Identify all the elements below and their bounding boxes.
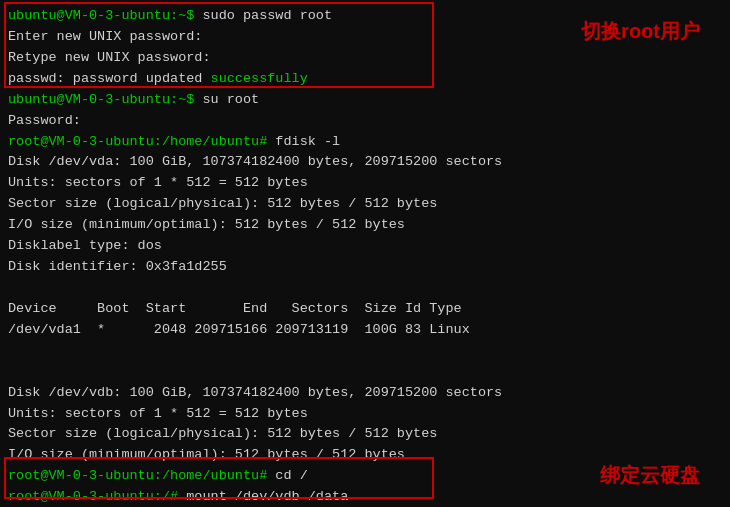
output-6: Password:	[8, 113, 81, 128]
line-18: Sector size (logical/physical): 512 byte…	[8, 424, 722, 445]
line-14: Device Boot Start End Sectors Size Id Ty…	[8, 299, 722, 320]
line-16: Disk /dev/vdb: 100 GiB, 107374182400 byt…	[8, 383, 722, 404]
line-21: root@VM-0-3-ubuntu:/# mount /dev/vdb /da…	[8, 487, 722, 507]
cmd-7: fdisk -l	[267, 134, 340, 149]
output-12: Disklabel type: dos	[8, 238, 162, 253]
line-15: /dev/vda1 * 2048 209715166 209713119 100…	[8, 320, 722, 341]
cmd-21: mount /dev/vdb /data	[178, 489, 348, 504]
line-9: Units: sectors of 1 * 512 = 512 bytes	[8, 173, 722, 194]
prompt-5: ubuntu@VM-0-3-ubuntu:~$	[8, 92, 194, 107]
annotation-bind-disk: 绑定云硬盘	[600, 462, 700, 489]
line-4: passwd: password updated successfully	[8, 69, 722, 90]
line-blank2	[8, 341, 722, 362]
line-10: Sector size (logical/physical): 512 byte…	[8, 194, 722, 215]
output-16: Disk /dev/vdb: 100 GiB, 107374182400 byt…	[8, 385, 502, 400]
prompt-7: root@VM-0-3-ubuntu:/home/ubuntu#	[8, 134, 267, 149]
output-3: Retype new UNIX password:	[8, 50, 211, 65]
output-10: Sector size (logical/physical): 512 byte…	[8, 196, 437, 211]
cmd-1: sudo passwd root	[194, 8, 332, 23]
terminal-window: 切换root用户 绑定云硬盘 ubuntu@VM-0-3-ubuntu:~$ s…	[0, 0, 730, 507]
output-4a: passwd: password updated	[8, 71, 211, 86]
line-blank3	[8, 362, 722, 383]
output-9: Units: sectors of 1 * 512 = 512 bytes	[8, 175, 308, 190]
output-19: I/O size (minimum/optimal): 512 bytes / …	[8, 447, 405, 462]
line-11: I/O size (minimum/optimal): 512 bytes / …	[8, 215, 722, 236]
output-15: /dev/vda1 * 2048 209715166 209713119 100…	[8, 322, 470, 337]
line-6: Password:	[8, 111, 722, 132]
output-11: I/O size (minimum/optimal): 512 bytes / …	[8, 217, 405, 232]
output-14: Device Boot Start End Sectors Size Id Ty…	[8, 301, 462, 316]
line-5: ubuntu@VM-0-3-ubuntu:~$ su root	[8, 90, 722, 111]
cmd-5: su root	[194, 92, 259, 107]
line-13: Disk identifier: 0x3fa1d255	[8, 257, 722, 278]
line-3: Retype new UNIX password:	[8, 48, 722, 69]
prompt-1: ubuntu@VM-0-3-ubuntu:~$	[8, 8, 194, 23]
prompt-20: root@VM-0-3-ubuntu:/home/ubuntu#	[8, 468, 267, 483]
line-7: root@VM-0-3-ubuntu:/home/ubuntu# fdisk -…	[8, 132, 722, 153]
line-8: Disk /dev/vda: 100 GiB, 107374182400 byt…	[8, 152, 722, 173]
annotation-root-switch: 切换root用户	[581, 18, 700, 45]
cmd-20: cd /	[267, 468, 308, 483]
output-8: Disk /dev/vda: 100 GiB, 107374182400 byt…	[8, 154, 502, 169]
output-17: Units: sectors of 1 * 512 = 512 bytes	[8, 406, 308, 421]
output-13: Disk identifier: 0x3fa1d255	[8, 259, 227, 274]
prompt-21: root@VM-0-3-ubuntu:/#	[8, 489, 178, 504]
output-4b: successfully	[211, 71, 308, 86]
line-12: Disklabel type: dos	[8, 236, 722, 257]
line-17: Units: sectors of 1 * 512 = 512 bytes	[8, 404, 722, 425]
output-2: Enter new UNIX password:	[8, 29, 202, 44]
line-blank1	[8, 278, 722, 299]
output-18: Sector size (logical/physical): 512 byte…	[8, 426, 437, 441]
